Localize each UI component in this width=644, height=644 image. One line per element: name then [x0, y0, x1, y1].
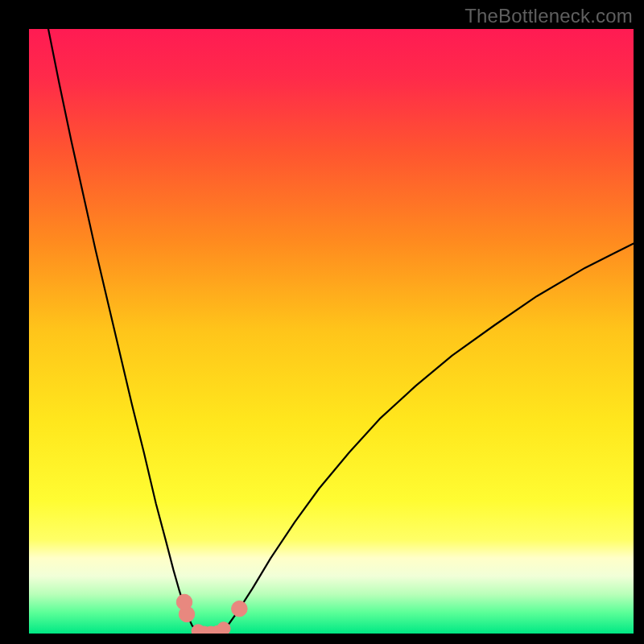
- curve-layer: [29, 29, 634, 634]
- plot-area: [29, 29, 634, 634]
- data-marker: [217, 622, 231, 634]
- watermark-text: TheBottleneck.com: [464, 5, 633, 27]
- chart-frame: TheBottleneck.com: [0, 0, 644, 644]
- data-marker: [232, 601, 248, 617]
- bottleneck-curve: [48, 29, 634, 634]
- data-markers: [176, 594, 247, 634]
- data-marker: [176, 594, 192, 610]
